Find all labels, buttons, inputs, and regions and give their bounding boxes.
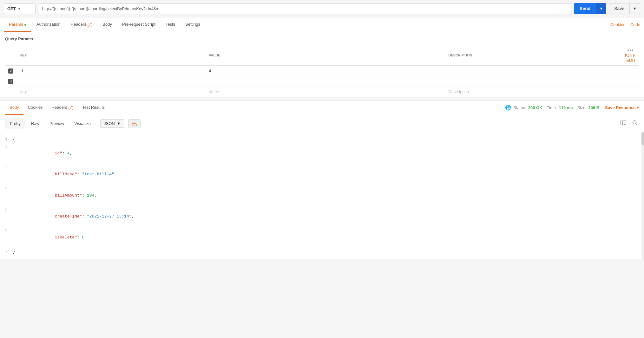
row1-desc-cell [445, 66, 622, 76]
url-input[interactable] [38, 3, 571, 14]
table-row [5, 76, 639, 87]
query-params-title: Query Params [5, 36, 639, 41]
code-tab-pretty[interactable]: Pretty [5, 119, 25, 128]
cookies-link[interactable]: Cookies [610, 18, 625, 31]
code-line-5: 5 "createTime": "2021-12-27 13:14", [0, 206, 644, 227]
row2-key-input[interactable] [20, 79, 202, 84]
tab-settings[interactable]: Settings [180, 17, 205, 32]
format-selector[interactable]: JSON ▼ [100, 119, 124, 128]
code-line-7: 7 } [0, 248, 644, 255]
tab-headers[interactable]: Headers (7) [66, 17, 98, 32]
line-num-2: 2 [0, 143, 13, 150]
right-links: Cookies Code [610, 18, 640, 31]
col-header-check [5, 45, 16, 66]
top-bar: GET ▼ Send ▼ Save ▼ [0, 0, 644, 17]
row2-actions-cell [622, 76, 639, 87]
response-section: Body Cookies Headers (7) Test Results 🌐 … [0, 100, 644, 259]
row2-key-cell [16, 76, 206, 87]
method-selector[interactable]: GET ▼ [4, 3, 36, 14]
params-table: KEY VALUE DESCRIPTION ••• Bulk Edit [5, 45, 639, 97]
placeholder-key-input[interactable] [20, 89, 202, 94]
col-header-actions: ••• Bulk Edit [622, 45, 639, 66]
row2-desc-cell [445, 76, 622, 87]
placeholder-row [5, 87, 639, 97]
method-label: GET [7, 6, 16, 11]
placeholder-value-cell [206, 87, 445, 97]
row1-checkbox[interactable] [8, 68, 13, 74]
globe-icon: 🌐 [505, 105, 511, 111]
tab-body[interactable]: Body [97, 17, 117, 32]
code-line-3: 3 "billName": "test-bill-4", [0, 164, 644, 185]
line-content-7: } [13, 248, 644, 255]
line-num-7: 7 [0, 248, 13, 255]
resp-tab-body[interactable]: Body [5, 101, 23, 115]
code-line-4: 4 "billAmount": 104, [0, 185, 644, 206]
search-button[interactable] [631, 118, 639, 129]
resp-tab-test-results[interactable]: Test Results [78, 101, 109, 115]
response-tabs-bar: Body Cookies Headers (7) Test Results 🌐 … [0, 101, 644, 115]
code-link[interactable]: Code [630, 18, 640, 31]
line-num-6: 6 [0, 227, 13, 234]
row1-key-input[interactable] [20, 68, 202, 73]
line-content-1: { [13, 136, 644, 143]
line-content-4: "billAmount": 104, [13, 185, 644, 206]
save-response-button[interactable]: Save Response ▾ [605, 105, 639, 110]
tab-authorization[interactable]: Authorization [31, 17, 66, 32]
placeholder-desc-cell [445, 87, 622, 97]
line-num-5: 5 [0, 206, 13, 213]
time-value: 119 ms [559, 105, 573, 110]
row2-value-input[interactable] [209, 79, 442, 84]
col-header-value: VALUE [206, 45, 445, 66]
code-block: 1 { 2 "id": 4, 3 "billName": "test-bill-… [0, 132, 644, 259]
row1-checkbox-cell [5, 66, 16, 76]
line-content-5: "createTime": "2021-12-27 13:14", [13, 206, 644, 227]
row2-value-cell [206, 76, 445, 87]
size-label: Size: [577, 105, 587, 110]
format-chevron-icon: ▼ [117, 121, 121, 126]
vertical-scrollbar[interactable] [641, 132, 644, 259]
save-button[interactable]: Save [609, 3, 630, 14]
code-line-2: 2 "id": 4, [0, 143, 644, 164]
table-row [5, 66, 639, 76]
send-button[interactable]: Send [574, 3, 596, 14]
code-tab-raw[interactable]: Raw [27, 119, 44, 128]
placeholder-key-cell [16, 87, 206, 97]
resp-tab-headers[interactable]: Headers (7) [47, 101, 78, 115]
code-tab-preview[interactable]: Preview [45, 119, 69, 128]
placeholder-desc-input[interactable] [448, 89, 619, 94]
time-label: Time: [547, 105, 557, 110]
row2-desc-input[interactable] [448, 79, 619, 84]
tab-params[interactable]: Params [4, 17, 31, 32]
row1-key-cell [16, 66, 206, 76]
col-header-key: KEY [16, 45, 206, 66]
status-value: 200 OK [528, 105, 542, 110]
line-content-2: "id": 4, [13, 143, 644, 164]
save-dropdown-button[interactable]: ▼ [630, 3, 640, 14]
code-line-6: 6 "isDelete": 0 [0, 227, 644, 248]
tab-pre-request[interactable]: Pre-request Script [117, 17, 161, 32]
row1-value-cell [206, 66, 445, 76]
col-header-desc: DESCRIPTION [445, 45, 622, 66]
code-tab-visualize[interactable]: Visualize [70, 119, 95, 128]
bulk-edit-button[interactable]: Bulk Edit [625, 53, 636, 63]
placeholder-value-input[interactable] [209, 89, 442, 94]
code-actions-right [619, 118, 639, 129]
row1-value-input[interactable] [209, 68, 442, 73]
status-label: Status: [513, 105, 526, 110]
wrap-button[interactable] [128, 119, 141, 128]
params-dot [24, 24, 26, 26]
placeholder-check-cell [5, 87, 16, 97]
send-dropdown-button[interactable]: ▼ [596, 3, 606, 14]
line-num-3: 3 [0, 164, 13, 171]
tab-tests[interactable]: Tests [161, 17, 180, 32]
row1-desc-input[interactable] [448, 68, 619, 73]
svg-rect-0 [622, 121, 626, 125]
row2-checkbox[interactable] [8, 79, 13, 84]
params-section: Query Params KEY VALUE DESCRIPTION ••• B… [0, 32, 644, 97]
copy-button[interactable] [619, 118, 628, 129]
scrollbar-thumb[interactable] [641, 132, 644, 145]
more-icon[interactable]: ••• [628, 48, 634, 53]
svg-point-1 [633, 121, 636, 124]
line-content-6: "isDelete": 0 [13, 227, 644, 248]
resp-tab-cookies[interactable]: Cookies [23, 101, 47, 115]
